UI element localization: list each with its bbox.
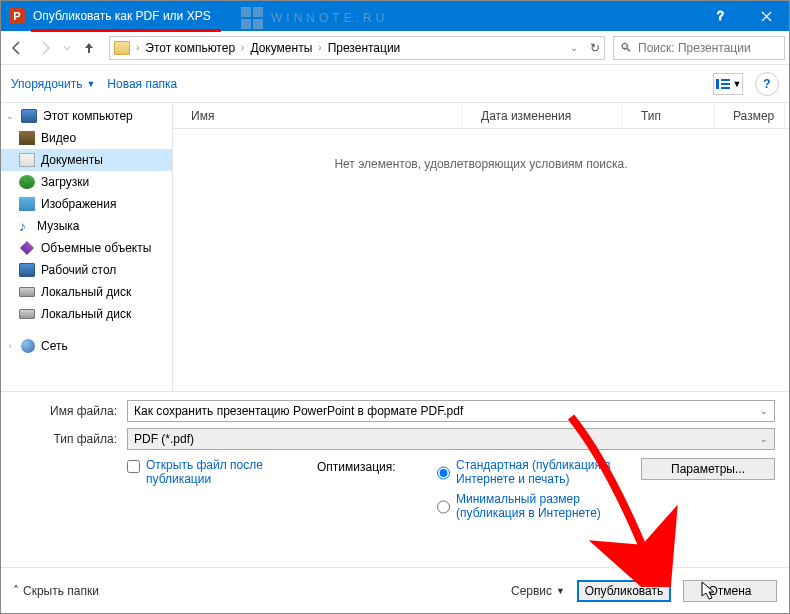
- minimal-radio[interactable]: [437, 494, 450, 520]
- svg-rect-2: [721, 79, 730, 81]
- collapse-icon[interactable]: ⌄: [5, 111, 15, 121]
- empty-message: Нет элементов, удовлетворяющих условиям …: [173, 129, 789, 391]
- desktop-icon: [19, 263, 35, 277]
- view-button[interactable]: ▼: [713, 73, 743, 95]
- tree-root-computer[interactable]: ⌄ Этот компьютер: [1, 105, 172, 127]
- breadcrumb[interactable]: Документы: [250, 41, 312, 55]
- search-input[interactable]: 🔍︎ Поиск: Презентации: [613, 36, 785, 60]
- tree-item-drive[interactable]: Локальный диск: [1, 281, 172, 303]
- window-title: Опубликовать как PDF или XPS: [33, 9, 697, 23]
- expand-icon[interactable]: ›: [5, 341, 15, 351]
- titlebar: P Опубликовать как PDF или XPS ?: [1, 1, 789, 31]
- cancel-button[interactable]: Отмена: [683, 580, 777, 602]
- network-icon: [21, 339, 35, 353]
- minimal-label[interactable]: Минимальный размер (публикация в Интерне…: [456, 492, 637, 520]
- tree-item-images[interactable]: Изображения: [1, 193, 172, 215]
- column-type[interactable]: Тип: [623, 103, 715, 128]
- chevron-up-icon: ˄: [13, 584, 19, 598]
- tree-item-desktop[interactable]: Рабочий стол: [1, 259, 172, 281]
- forward-button[interactable]: [33, 36, 57, 60]
- parameters-button[interactable]: Параметры...: [641, 458, 775, 480]
- drive-icon: [19, 309, 35, 319]
- publish-button[interactable]: Опубликовать: [577, 580, 671, 602]
- address-bar[interactable]: › Этот компьютер › Документы › Презентац…: [109, 36, 605, 60]
- hide-folders-button[interactable]: ˄ Скрыть папки: [13, 584, 99, 598]
- chevron-down-icon: ▼: [556, 586, 565, 596]
- refresh-icon[interactable]: ↻: [590, 41, 600, 55]
- back-button[interactable]: [5, 36, 29, 60]
- chevron-down-icon: ⌄: [760, 406, 768, 416]
- open-after-checkbox[interactable]: [127, 460, 140, 473]
- optimization-label: Оптимизация:: [317, 458, 437, 526]
- column-size[interactable]: Размер: [715, 103, 785, 128]
- tree-item-music[interactable]: ♪Музыка: [1, 215, 172, 237]
- svg-rect-1: [716, 79, 719, 89]
- chevron-down-icon: ⌄: [760, 434, 768, 444]
- standard-label[interactable]: Стандартная (публикация в Интернете и пе…: [456, 458, 637, 486]
- chevron-right-icon: ›: [318, 42, 321, 53]
- help-icon[interactable]: ?: [755, 72, 779, 96]
- tree-item-documents[interactable]: Документы: [1, 149, 172, 171]
- download-icon: [19, 175, 35, 189]
- tree-item-3d[interactable]: Объемные объекты: [1, 237, 172, 259]
- breadcrumb[interactable]: Этот компьютер: [145, 41, 235, 55]
- help-button[interactable]: ?: [697, 1, 743, 31]
- folder-icon: [114, 41, 130, 55]
- toolbar: Упорядочить ▼ Новая папка ▼ ?: [1, 65, 789, 103]
- annotation-underline: [31, 29, 221, 32]
- save-options: Имя файла: Как сохранить презентацию Pow…: [1, 391, 789, 592]
- filetype-combo[interactable]: PDF (*.pdf) ⌄: [127, 428, 775, 450]
- folder-tree: ⌄ Этот компьютер Видео Документы Загрузк…: [1, 103, 173, 391]
- tools-dropdown[interactable]: Сервис ▼: [511, 584, 565, 598]
- column-name[interactable]: Имя: [173, 103, 463, 128]
- tree-item-video[interactable]: Видео: [1, 127, 172, 149]
- powerpoint-icon: P: [9, 8, 25, 24]
- music-icon: ♪: [19, 218, 31, 234]
- chevron-right-icon: ›: [241, 42, 244, 53]
- column-date[interactable]: Дата изменения: [463, 103, 623, 128]
- footer: ˄ Скрыть папки Сервис ▼ Опубликовать Отм…: [1, 567, 789, 613]
- chevron-right-icon: ›: [136, 42, 139, 53]
- film-icon: [19, 131, 35, 145]
- navbar: › Этот компьютер › Документы › Презентац…: [1, 31, 789, 65]
- filename-input[interactable]: Как сохранить презентацию PowerPoint в ф…: [127, 400, 775, 422]
- organize-button[interactable]: Упорядочить ▼: [11, 77, 95, 91]
- svg-rect-3: [721, 83, 730, 85]
- chevron-down-icon: ▼: [86, 79, 95, 89]
- open-after-label[interactable]: Открыть файл после публикации: [146, 458, 317, 486]
- cube-icon: [20, 241, 34, 255]
- close-button[interactable]: [743, 1, 789, 31]
- svg-text:?: ?: [717, 10, 724, 22]
- drive-icon: [19, 287, 35, 297]
- history-dropdown[interactable]: [61, 36, 73, 60]
- filename-label: Имя файла:: [15, 404, 127, 418]
- search-icon: 🔍︎: [620, 41, 632, 55]
- document-icon: [19, 153, 35, 167]
- breadcrumb[interactable]: Презентации: [328, 41, 401, 55]
- up-button[interactable]: [77, 36, 101, 60]
- monitor-icon: [21, 109, 37, 123]
- search-placeholder: Поиск: Презентации: [638, 41, 751, 55]
- tree-item-downloads[interactable]: Загрузки: [1, 171, 172, 193]
- filetype-label: Тип файла:: [15, 432, 127, 446]
- tree-item-drive[interactable]: Локальный диск: [1, 303, 172, 325]
- standard-radio[interactable]: [437, 460, 450, 486]
- new-folder-button[interactable]: Новая папка: [107, 77, 177, 91]
- image-icon: [19, 197, 35, 211]
- list-header: Имя Дата изменения Тип Размер: [173, 103, 789, 129]
- tree-network[interactable]: › Сеть: [1, 335, 172, 357]
- svg-rect-4: [721, 87, 730, 89]
- chevron-down-icon[interactable]: ⌄: [570, 42, 578, 53]
